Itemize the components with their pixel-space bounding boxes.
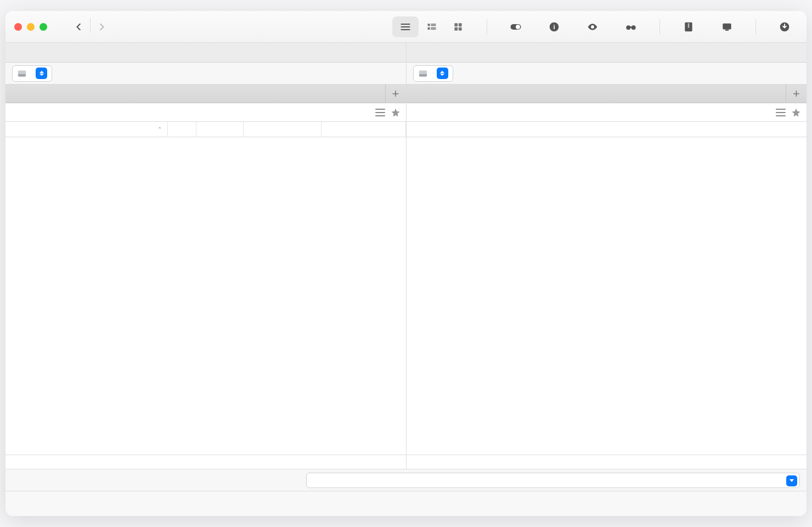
- right-tab-title-bar: +: [407, 85, 807, 103]
- view-list-button[interactable]: [392, 16, 419, 37]
- chevron-right-icon: [98, 23, 105, 31]
- list-mode-icon[interactable]: [776, 109, 786, 116]
- right-volume-selector[interactable]: [413, 65, 453, 82]
- favorite-icon[interactable]: [791, 108, 801, 117]
- close-button[interactable]: [14, 23, 22, 31]
- favorite-icon[interactable]: [391, 108, 401, 117]
- col-size[interactable]: [196, 122, 244, 137]
- left-volume-bar: [5, 63, 406, 85]
- svg-rect-20: [723, 23, 731, 29]
- eye-icon: [587, 21, 598, 32]
- svg-rect-5: [431, 29, 436, 30]
- svg-rect-8: [454, 27, 458, 30]
- archive-button[interactable]: [675, 16, 702, 37]
- col-kind[interactable]: [322, 122, 406, 137]
- toggle-switch[interactable]: [503, 16, 529, 37]
- app-window: i: [5, 11, 807, 516]
- right-icon-headers: [407, 122, 807, 137]
- nav-buttons: [68, 18, 112, 36]
- right-tabs: [407, 43, 807, 63]
- svg-rect-2: [431, 25, 436, 26]
- svg-rect-21: [725, 29, 729, 30]
- right-status: [407, 455, 807, 469]
- svg-text:i: i: [553, 23, 555, 30]
- svg-rect-6: [454, 23, 458, 26]
- function-keys: [5, 491, 807, 516]
- disk-icon: [418, 69, 428, 79]
- left-pane: + ⌃: [5, 43, 407, 469]
- preview-button[interactable]: [579, 16, 606, 37]
- window-controls: [14, 23, 47, 31]
- path-bar: [5, 469, 807, 491]
- svg-point-14: [591, 25, 594, 29]
- left-status: [5, 455, 406, 469]
- info-button[interactable]: i: [541, 16, 567, 37]
- svg-rect-7: [459, 23, 462, 26]
- svg-rect-24: [18, 74, 26, 76]
- minimize-button[interactable]: [27, 23, 35, 31]
- titlebar: i: [5, 11, 807, 43]
- back-button[interactable]: [68, 18, 90, 36]
- col-ext[interactable]: [168, 122, 196, 137]
- left-column-headers: ⌃: [5, 122, 406, 137]
- right-volume-bar: [407, 63, 807, 85]
- network-share-icon: [721, 21, 732, 32]
- left-breadcrumb: [5, 103, 406, 122]
- path-dropdown-icon[interactable]: [786, 475, 797, 486]
- view-mode-group: [392, 16, 471, 37]
- svg-rect-26: [419, 74, 426, 76]
- svg-point-11: [516, 25, 520, 29]
- left-tabs: [5, 43, 406, 63]
- col-name[interactable]: ⌃: [5, 122, 168, 137]
- path-input[interactable]: [306, 473, 800, 488]
- svg-rect-19: [688, 23, 690, 27]
- svg-rect-17: [629, 26, 632, 28]
- search-button[interactable]: [618, 16, 644, 37]
- view-grid-button[interactable]: [445, 16, 471, 37]
- svg-rect-9: [459, 27, 462, 30]
- view-columns-button[interactable]: [419, 16, 445, 37]
- left-volume-selector[interactable]: [12, 65, 52, 82]
- dual-pane: + ⌃: [5, 43, 807, 469]
- left-file-list[interactable]: [5, 137, 406, 455]
- columns-icon: [426, 21, 437, 32]
- disk-icon: [17, 69, 27, 79]
- dropdown-icon: [36, 68, 47, 79]
- right-pane: +: [407, 43, 807, 469]
- right-breadcrumb: [407, 103, 807, 122]
- download-button[interactable]: [771, 16, 798, 37]
- share-button[interactable]: [714, 16, 740, 37]
- svg-rect-3: [428, 27, 430, 29]
- info-icon: i: [549, 21, 560, 32]
- archive-icon: [683, 21, 694, 32]
- col-modified[interactable]: [244, 122, 322, 137]
- forward-button[interactable]: [91, 18, 112, 36]
- list-lines-icon: [400, 21, 411, 32]
- right-new-tab-button[interactable]: +: [786, 85, 807, 103]
- grid-icon: [453, 21, 464, 32]
- dropdown-icon: [437, 68, 448, 79]
- binoculars-icon: [625, 21, 636, 32]
- left-tab-title-bar: +: [5, 85, 406, 103]
- svg-rect-1: [431, 24, 436, 25]
- chevron-left-icon: [75, 23, 83, 31]
- left-new-tab-button[interactable]: +: [385, 85, 406, 103]
- download-icon: [779, 21, 790, 32]
- svg-rect-0: [428, 24, 430, 26]
- maximize-button[interactable]: [40, 23, 47, 31]
- toggle-icon: [510, 21, 521, 32]
- right-icon-view[interactable]: [407, 137, 807, 455]
- list-mode-icon[interactable]: [375, 109, 385, 116]
- svg-rect-4: [431, 27, 436, 28]
